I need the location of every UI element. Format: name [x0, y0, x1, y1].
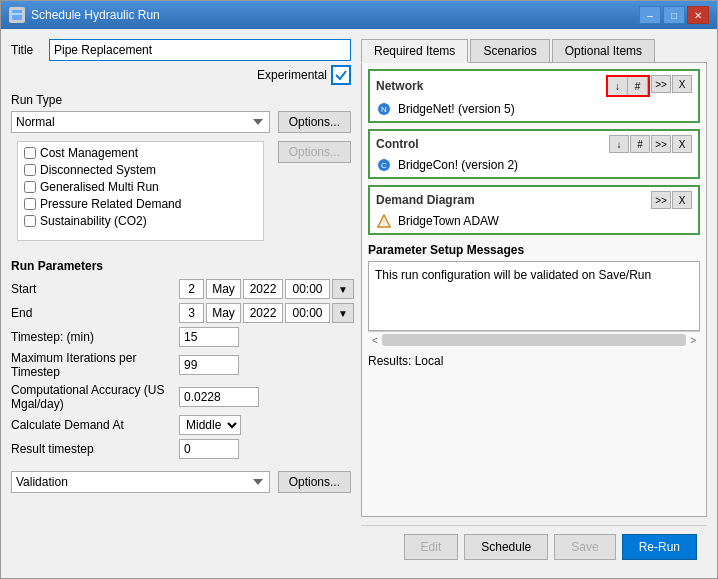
- list-item: Generalised Multi Run: [24, 180, 257, 194]
- network-highlighted-buttons: ↓ #: [606, 75, 650, 97]
- tabs-row: Required Items Scenarios Optional Items: [361, 39, 707, 63]
- experimental-checkbox[interactable]: [331, 65, 351, 85]
- window-title: Schedule Hydraulic Run: [31, 8, 160, 22]
- pressure-related-demand-checkbox[interactable]: [24, 198, 36, 210]
- start-year-input[interactable]: [243, 279, 283, 299]
- scroll-bar[interactable]: [382, 334, 686, 346]
- control-title: Control: [376, 137, 419, 151]
- param-setup-section: Parameter Setup Messages This run config…: [368, 241, 700, 348]
- control-item-label: BridgeCon! (version 2): [398, 158, 518, 172]
- computational-accuracy-value: [179, 387, 354, 407]
- network-header: Network ↓ # >> X: [376, 75, 692, 97]
- tab-optional-items[interactable]: Optional Items: [552, 39, 655, 63]
- start-time-input[interactable]: [285, 279, 330, 299]
- checkboxes-options-button[interactable]: Options...: [278, 141, 351, 163]
- scroll-left-arrow[interactable]: <: [372, 335, 378, 346]
- cost-management-checkbox[interactable]: [24, 147, 36, 159]
- demand-diagram-section: Demand Diagram >> X !: [368, 185, 700, 235]
- scroll-hint: < >: [368, 331, 700, 348]
- demand-diagram-header: Demand Diagram >> X: [376, 191, 692, 209]
- computational-accuracy-label: Computational Accuracy (US Mgal/day): [11, 383, 171, 411]
- start-calendar-button[interactable]: ▼: [332, 279, 354, 299]
- list-item: Disconnected System: [24, 163, 257, 177]
- max-iterations-input[interactable]: [179, 355, 239, 375]
- demand-diagram-item-label: BridgeTown ADAW: [398, 214, 499, 228]
- network-title: Network: [376, 79, 423, 93]
- computational-accuracy-input[interactable]: [179, 387, 259, 407]
- title-input[interactable]: [49, 39, 351, 61]
- svg-text:C: C: [381, 161, 387, 170]
- control-section: Control ↓ # >> X: [368, 129, 700, 179]
- control-hash-button[interactable]: #: [630, 135, 650, 153]
- control-item: C BridgeCon! (version 2): [376, 157, 692, 173]
- action-buttons: Edit Schedule Save Re-Run: [361, 525, 707, 568]
- end-year-input[interactable]: [243, 303, 283, 323]
- control-down-button[interactable]: ↓: [609, 135, 629, 153]
- sustainability-label: Sustainability (CO2): [40, 214, 147, 228]
- title-bar: Schedule Hydraulic Run – □ ✕: [1, 1, 717, 29]
- demand-diagram-item: ! BridgeTown ADAW: [376, 213, 692, 229]
- tab-required-items[interactable]: Required Items: [361, 39, 468, 63]
- control-icon: C: [376, 157, 392, 173]
- generalised-multi-run-checkbox[interactable]: [24, 181, 36, 193]
- minimize-button[interactable]: –: [639, 6, 661, 24]
- run-type-options-button[interactable]: Options...: [278, 111, 351, 133]
- bottom-options-button[interactable]: Options...: [278, 471, 351, 493]
- generalised-multi-run-label: Generalised Multi Run: [40, 180, 159, 194]
- run-type-label: Run Type: [11, 93, 351, 107]
- network-close-button[interactable]: X: [672, 75, 692, 93]
- control-forward-button[interactable]: >>: [651, 135, 671, 153]
- network-hash-button[interactable]: #: [628, 77, 648, 95]
- svg-text:!: !: [383, 219, 385, 226]
- tab-scenarios[interactable]: Scenarios: [470, 39, 549, 63]
- calculate-demand-value: Middle Start End: [179, 415, 354, 435]
- end-calendar-button[interactable]: ▼: [332, 303, 354, 323]
- schedule-button[interactable]: Schedule: [464, 534, 548, 560]
- experimental-label: Experimental: [257, 68, 327, 82]
- list-item: Sustainability (CO2): [24, 214, 257, 228]
- network-forward-button[interactable]: >>: [651, 75, 671, 93]
- edit-button[interactable]: Edit: [404, 534, 459, 560]
- param-setup-messages-box: This run configuration will be validated…: [368, 261, 700, 331]
- calculate-demand-dropdown[interactable]: Middle Start End: [179, 415, 241, 435]
- title-bar-buttons: – □ ✕: [639, 6, 709, 24]
- scroll-right-arrow[interactable]: >: [690, 335, 696, 346]
- run-type-dropdown[interactable]: Normal: [11, 111, 270, 133]
- right-panel: Required Items Scenarios Optional Items …: [361, 39, 707, 568]
- network-buttons: ↓ # >> X: [606, 75, 692, 97]
- results-label: Results: Local: [368, 354, 443, 368]
- end-month-input[interactable]: [206, 303, 241, 323]
- end-time-input[interactable]: [285, 303, 330, 323]
- list-item: Cost Management: [24, 146, 257, 160]
- run-parameters-label: Run Parameters: [11, 259, 351, 273]
- title-bar-left: Schedule Hydraulic Run: [9, 7, 160, 23]
- save-button[interactable]: Save: [554, 534, 615, 560]
- checkboxes-section: Cost Management Disconnected System Gene…: [11, 141, 351, 247]
- list-item: Pressure Related Demand: [24, 197, 257, 211]
- demand-diagram-buttons: >> X: [651, 191, 692, 209]
- result-timestep-input[interactable]: [179, 439, 239, 459]
- network-section: Network ↓ # >> X: [368, 69, 700, 123]
- window-icon: [9, 7, 25, 23]
- calculate-demand-label: Calculate Demand At: [11, 418, 171, 432]
- start-day-input[interactable]: [179, 279, 204, 299]
- demand-forward-button[interactable]: >>: [651, 191, 671, 209]
- control-header: Control ↓ # >> X: [376, 135, 692, 153]
- experimental-row: Experimental: [11, 65, 351, 85]
- start-month-input[interactable]: [206, 279, 241, 299]
- disconnected-system-checkbox[interactable]: [24, 164, 36, 176]
- demand-close-button[interactable]: X: [672, 191, 692, 209]
- close-button[interactable]: ✕: [687, 6, 709, 24]
- timestep-value: [179, 327, 354, 347]
- maximize-button[interactable]: □: [663, 6, 685, 24]
- control-close-button[interactable]: X: [672, 135, 692, 153]
- svg-text:N: N: [381, 105, 387, 114]
- network-down-button[interactable]: ↓: [608, 77, 628, 95]
- rerun-button[interactable]: Re-Run: [622, 534, 697, 560]
- timestep-label: Timestep: (min): [11, 330, 171, 344]
- results-row: Results: Local: [368, 354, 700, 368]
- sustainability-checkbox[interactable]: [24, 215, 36, 227]
- validation-dropdown[interactable]: Validation Simulation: [11, 471, 270, 493]
- end-day-input[interactable]: [179, 303, 204, 323]
- timestep-input[interactable]: [179, 327, 239, 347]
